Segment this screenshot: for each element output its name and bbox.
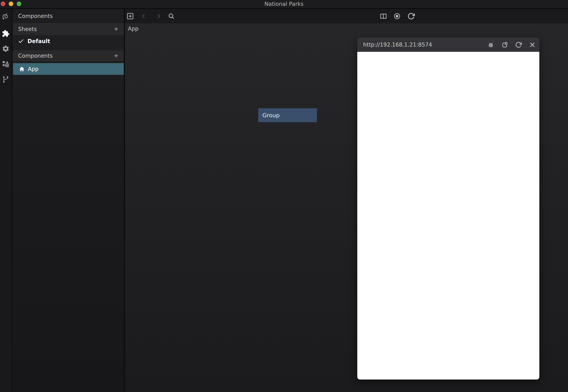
debug-button[interactable] xyxy=(487,41,495,49)
components-panel: Components Sheets Default Components xyxy=(13,9,124,392)
window-minimize-button[interactable] xyxy=(9,1,13,6)
plus-icon xyxy=(114,27,119,32)
puzzle-icon xyxy=(2,30,10,37)
plus-icon xyxy=(114,53,119,58)
refresh-icon xyxy=(515,42,522,48)
add-sheet-button[interactable] xyxy=(113,26,119,32)
route-icon xyxy=(2,13,10,20)
canvas: App Group http://192.168.1.21:8574 xyxy=(125,9,568,392)
component-item-app[interactable]: App xyxy=(13,63,124,75)
preview-url-field[interactable]: http://192.168.1.21:8574 xyxy=(363,42,487,48)
add-frame-icon xyxy=(127,13,134,20)
canvas-toolbar xyxy=(125,9,568,23)
preview-window: http://192.168.1.21:8574 xyxy=(357,38,539,379)
section-header-sheets: Sheets xyxy=(13,23,124,35)
group-component[interactable]: Group xyxy=(258,108,317,122)
chevron-right-icon xyxy=(155,13,162,20)
check-icon xyxy=(18,38,24,44)
back-button[interactable] xyxy=(139,12,148,20)
preview-content xyxy=(357,52,539,379)
activity-bar xyxy=(0,9,12,392)
titlebar: National Parks xyxy=(0,0,568,8)
inspect-button[interactable] xyxy=(501,41,508,49)
refresh-icon xyxy=(407,13,415,20)
section-label-sheets: Sheets xyxy=(18,26,37,32)
maximize-icon xyxy=(17,2,20,5)
forward-button[interactable] xyxy=(154,12,163,20)
window-close-button[interactable] xyxy=(1,1,5,6)
sidebar-item-flows[interactable] xyxy=(1,12,10,21)
window-title: National Parks xyxy=(0,0,568,8)
app-window: National Parks xyxy=(0,0,568,392)
stop-icon xyxy=(393,13,401,20)
sheet-item-label: Default xyxy=(28,38,50,44)
breadcrumb[interactable]: App xyxy=(128,26,139,32)
add-component-button[interactable] xyxy=(113,52,119,59)
split-view-button[interactable] xyxy=(379,12,388,20)
section-header-components: Components xyxy=(13,50,124,61)
sheet-item-default[interactable]: Default xyxy=(13,35,124,47)
window-controls xyxy=(1,1,21,6)
search-button[interactable] xyxy=(167,12,176,20)
minimize-icon xyxy=(10,2,13,5)
preview-close-button[interactable] xyxy=(529,41,536,49)
sidebar-item-widgets-import[interactable] xyxy=(1,59,10,68)
panel-title: Components xyxy=(13,9,124,23)
sidebar-item-settings[interactable] xyxy=(1,44,10,53)
sidebar-item-versions[interactable] xyxy=(1,75,10,84)
preview-toolbar: http://192.168.1.21:8574 xyxy=(357,38,539,52)
split-view-icon xyxy=(380,13,387,20)
home-icon xyxy=(19,66,25,72)
component-item-label: App xyxy=(28,66,39,72)
stop-button[interactable] xyxy=(393,12,401,20)
add-frame-button[interactable] xyxy=(126,12,134,20)
close-icon xyxy=(529,42,536,48)
preview-refresh-button[interactable] xyxy=(515,41,522,49)
git-branch-icon xyxy=(2,76,10,84)
sidebar-item-components[interactable] xyxy=(1,29,10,38)
refresh-button[interactable] xyxy=(407,12,415,20)
shapes-import-icon xyxy=(2,60,10,68)
gear-icon xyxy=(2,45,10,53)
inspect-icon xyxy=(501,42,508,48)
section-label-components: Components xyxy=(18,53,53,59)
preview-actions xyxy=(487,41,536,49)
close-icon xyxy=(1,2,4,5)
search-icon xyxy=(168,13,175,20)
chevron-left-icon xyxy=(140,13,147,20)
sheets-list: Default xyxy=(13,35,124,51)
bug-icon xyxy=(487,42,494,48)
window-maximize-button[interactable] xyxy=(17,1,21,6)
